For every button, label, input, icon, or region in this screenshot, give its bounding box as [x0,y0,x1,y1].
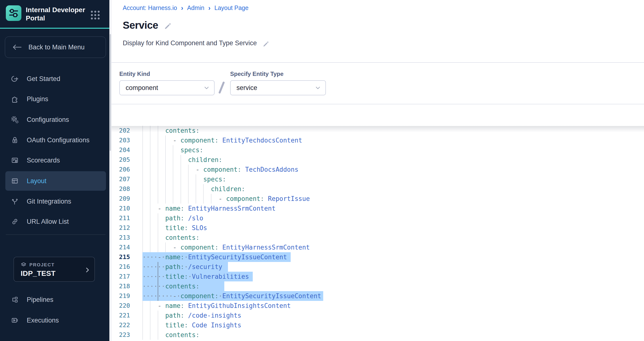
sidebar-scrollbar-thumb[interactable] [110,34,111,151]
app-title-line2: Portal [26,14,85,22]
line-number: 205 [112,155,130,165]
code-token-dash: - [218,195,222,202]
sidebar-item-git-integrations[interactable]: Git Integrations [5,192,106,211]
code-line[interactable]: 221 path: /code-insights [112,310,644,320]
sidebar-item-url-allow-list[interactable]: URL Allow List [5,212,106,231]
sidebar-item-plugins[interactable]: Plugins [5,89,106,109]
edit-subtitle-pencil-icon[interactable] [262,40,269,47]
code-token-val: TechDocsAddons [245,166,298,173]
code-token-ws [161,302,165,309]
sidebar-item-pipelines[interactable]: Pipelines [5,290,106,309]
code-line-body: children: [142,155,644,165]
sidebar-item-get-started[interactable]: Get Started [5,69,106,89]
code-token-ws [142,214,165,222]
code-line[interactable]: 205 children: [112,155,644,165]
code-line[interactable]: 220 - name: EntityGithubInsightsContent [112,301,644,310]
code-line[interactable]: 217······title:·Vulnerabilities [112,272,644,281]
code-token-key: contents [165,331,196,338]
layout-icon [11,177,19,185]
code-line[interactable]: 216······path:·/security [112,262,644,272]
code-token-ws [184,302,188,309]
chevron-down-icon [315,85,321,91]
code-token-val: SLOs [192,224,207,232]
code-token-key: children [211,185,241,193]
line-number: 214 [112,242,130,252]
code-line[interactable]: 223 contents: [112,330,644,340]
sidebar-item-executions[interactable]: Executions [5,310,106,330]
code-token-dash: - [158,302,162,309]
yaml-editor[interactable]: 202 contents:203 - component: EntityTech… [112,126,644,340]
entity-kind-select[interactable]: component [119,80,214,95]
code-line[interactable]: 212 title: SLOs [112,223,644,233]
code-line[interactable]: 209 - component: ReportIssue [112,194,644,204]
back-to-main-menu-button[interactable]: Back to Main Menu [5,37,106,58]
breadcrumb-admin[interactable]: Admin [187,4,204,12]
code-line[interactable]: 204 specs: [112,145,644,155]
line-number: 217 [112,272,130,281]
code-token-ws [218,244,222,251]
code-token-colon: : [196,127,200,134]
code-text: - component: EntityHarnessSrmContent [142,242,644,252]
line-number: 202 [112,126,130,136]
code-line[interactable]: 207 specs: [112,174,644,184]
code-line[interactable]: 203 - component: EntityTechdocsContent [112,136,644,145]
code-token-colon: : [241,185,245,193]
line-number: 210 [112,204,130,213]
code-token-colon: : [180,214,184,222]
sidebar-item-oauth-configurations[interactable]: OAuth Configurations [5,130,106,150]
code-line-body: title: Code Insights [142,320,644,330]
code-line[interactable]: 206 - component: TechDocsAddons [112,165,644,174]
breadcrumb-layout-page[interactable]: Layout Page [214,4,248,12]
code-line[interactable]: 211 path: /slo [112,213,644,223]
gears-icon [11,116,19,124]
code-token-ws [188,321,192,329]
sidebar-item-label: OAuth Configurations [27,136,90,144]
code-line[interactable]: 202 contents: [112,126,644,136]
code-line[interactable]: 215····-·name:·EntitySecurityIssueConten… [112,252,644,262]
code-token-colon: : [184,321,188,329]
sidebar-item-configurations[interactable]: Configurations [5,110,106,129]
code-token-ws [142,176,203,183]
code-token-colon: : [214,292,218,300]
code-token-key: component [180,292,215,300]
code-token-val: EntitySecurityIssueContent [188,253,287,261]
entity-type-select[interactable]: service [230,80,326,95]
code-token-key: children [188,156,218,163]
code-token-colon: : [180,302,184,309]
code-line[interactable]: 218······contents: [112,281,644,291]
code-token-val: Vulnerabilities [192,273,249,280]
link-icon [11,217,19,226]
project-selector[interactable]: PROJECT IDP_TEST [14,257,95,282]
code-line[interactable]: 219········-·component:·EntitySecurityIs… [112,291,644,301]
code-text: title: SLOs [142,223,644,233]
code-line[interactable]: 214 - component: EntityHarnessSrmContent [112,242,644,252]
code-line-body: - component: EntityTechdocsContent [142,136,644,145]
breadcrumb: Account: Harness.io › Admin › Layout Pag… [123,4,248,12]
sidebar-item-label: Configurations [27,116,69,124]
code-line[interactable]: 208 children: [112,184,644,194]
code-line[interactable]: 210 - name: EntityHarnessSrmContent [112,204,644,213]
code-line[interactable]: 222 title: Code Insights [112,320,644,330]
code-line-body: - component: ReportIssue [142,194,644,204]
code-token-ws [177,244,180,251]
sidebar-item-layout[interactable]: Layout [5,171,106,191]
code-line[interactable]: 213 contents: [112,233,644,242]
code-token-colon: : [214,244,218,251]
code-token-ws: · [184,253,188,261]
code-token-ws [142,234,165,241]
sidebar-scrollbar[interactable] [109,0,111,341]
code-token-ws: · [184,263,188,270]
section-divider [112,62,644,63]
app-window: Internal Developer Portal Back to Main M… [0,0,644,341]
sidebar-item-label: Pipelines [27,296,54,303]
edit-title-pencil-icon[interactable] [164,22,171,29]
code-line-body: contents: [142,233,644,242]
breadcrumb-account[interactable]: Account: Harness.io [123,4,177,12]
code-text: children: [142,184,644,194]
grid-apps-icon[interactable] [89,9,102,22]
code-token-val: EntitySecurityIssueContent [222,292,321,300]
line-number: 207 [112,174,130,184]
project-name: IDP_TEST [21,269,56,277]
line-number: 211 [112,213,130,223]
sidebar-item-scorecards[interactable]: Scorecards [5,151,106,170]
